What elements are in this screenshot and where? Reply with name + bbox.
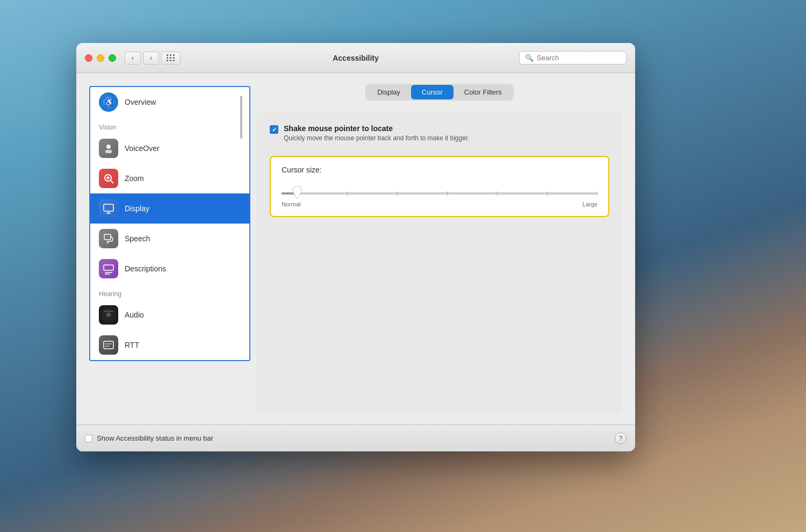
- sidebar-item-rtt[interactable]: RTT: [90, 330, 249, 360]
- svg-text:♿: ♿: [104, 98, 114, 107]
- search-icon: 🔍: [525, 54, 534, 62]
- sidebar-item-voiceover[interactable]: VoiceOver: [90, 133, 249, 163]
- status-bar-checkbox[interactable]: [85, 435, 92, 442]
- cursor-size-box: Cursor size:: [270, 156, 609, 217]
- sidebar-item-zoom[interactable]: Zoom: [90, 163, 249, 193]
- svg-point-2: [106, 145, 111, 149]
- accessibility-window: ‹ › Accessibility 🔍: [76, 43, 635, 451]
- minimize-button[interactable]: [97, 54, 104, 62]
- tab-bar: Display Cursor Color Filters: [365, 84, 514, 100]
- titlebar: ‹ › Accessibility 🔍: [76, 43, 635, 73]
- grid-view-button[interactable]: [161, 52, 181, 64]
- slider-min-label: Normal: [282, 201, 300, 207]
- sidebar-item-descriptions[interactable]: Descriptions: [90, 254, 249, 284]
- overview-icon: ♿: [99, 92, 118, 112]
- tab-color-filters[interactable]: Color Filters: [454, 85, 513, 99]
- zoom-icon: [99, 169, 118, 188]
- shake-checkbox[interactable]: ✓: [270, 125, 278, 134]
- help-button[interactable]: ?: [615, 433, 627, 444]
- tab-display[interactable]: Display: [366, 85, 411, 99]
- back-button[interactable]: ‹: [125, 52, 141, 64]
- close-button[interactable]: [85, 54, 92, 62]
- svg-point-17: [107, 314, 110, 316]
- main-content: Display Cursor Color Filters ✓ Shake mou…: [244, 73, 635, 425]
- sidebar-label-descriptions: Descriptions: [125, 264, 166, 273]
- sidebar-item-audio[interactable]: Audio: [90, 300, 249, 330]
- checkmark-icon: ✓: [272, 126, 277, 133]
- slider-thumb[interactable]: [292, 186, 302, 201]
- descriptions-icon: [99, 259, 118, 278]
- tab-cursor[interactable]: Cursor: [411, 85, 454, 99]
- window-body: ♿ Overview Vision VoiceOver: [76, 73, 635, 425]
- shake-description: Quickly move the mouse pointer back and …: [284, 134, 470, 143]
- sidebar-label-speech: Speech: [125, 234, 150, 243]
- sidebar-label-audio: Audio: [125, 311, 144, 319]
- sidebar-item-overview[interactable]: ♿ Overview: [90, 87, 249, 117]
- sidebar-label-rtt: RTT: [125, 341, 139, 349]
- voiceover-icon: [99, 139, 118, 158]
- rtt-icon: [99, 335, 118, 355]
- audio-icon: [99, 305, 118, 325]
- shake-title: Shake mouse pointer to locate: [284, 124, 470, 133]
- forward-button[interactable]: ›: [143, 52, 159, 64]
- sidebar-label-zoom: Zoom: [125, 174, 144, 183]
- svg-rect-12: [104, 265, 113, 270]
- svg-rect-11: [104, 234, 111, 240]
- slider-labels: Normal Large: [282, 201, 598, 207]
- shake-checkbox-row: ✓ Shake mouse pointer to locate Quickly …: [270, 124, 609, 143]
- svg-rect-3: [105, 150, 112, 153]
- slider-track: [282, 188, 598, 199]
- sidebar-wrapper: ♿ Overview Vision VoiceOver: [83, 80, 244, 418]
- shake-checkbox-text: Shake mouse pointer to locate Quickly mo…: [284, 124, 470, 143]
- sidebar-item-speech[interactable]: Speech: [90, 224, 249, 254]
- grid-icon: [167, 54, 175, 61]
- sidebar-scrollbar-thumb[interactable]: [240, 96, 242, 139]
- slider-line: [282, 192, 598, 195]
- sidebar-label-voiceover: VoiceOver: [125, 144, 160, 153]
- traffic-lights: [85, 54, 116, 62]
- back-icon: ‹: [132, 54, 134, 62]
- status-bar-label: Show Accessibility status in menu bar: [97, 434, 213, 442]
- svg-line-5: [111, 181, 113, 183]
- forward-icon: ›: [150, 54, 152, 62]
- cursor-size-slider-container: Normal Large: [282, 188, 598, 207]
- section-header-hearing: Hearing: [90, 284, 249, 300]
- slider-max-label: Large: [582, 201, 598, 207]
- section-header-vision: Vision: [90, 117, 249, 133]
- sidebar-label-display: Display: [125, 204, 149, 213]
- speech-icon: [99, 229, 118, 248]
- search-bar[interactable]: 🔍: [519, 51, 627, 64]
- sidebar-item-display[interactable]: Display: [90, 193, 249, 224]
- help-icon: ?: [618, 434, 622, 442]
- maximize-button[interactable]: [109, 54, 116, 62]
- sidebar-label-overview: Overview: [125, 98, 156, 106]
- window-title: Accessibility: [333, 54, 379, 62]
- nav-buttons: ‹ ›: [125, 52, 159, 64]
- bottom-bar: Show Accessibility status in menu bar ?: [76, 425, 635, 451]
- svg-rect-18: [104, 341, 113, 349]
- svg-rect-8: [104, 204, 113, 211]
- display-icon: [99, 199, 118, 218]
- search-input[interactable]: [537, 54, 621, 62]
- cursor-size-label: Cursor size:: [282, 166, 322, 174]
- content-area: ✓ Shake mouse pointer to locate Quickly …: [257, 111, 622, 414]
- sidebar: ♿ Overview Vision VoiceOver: [89, 86, 250, 361]
